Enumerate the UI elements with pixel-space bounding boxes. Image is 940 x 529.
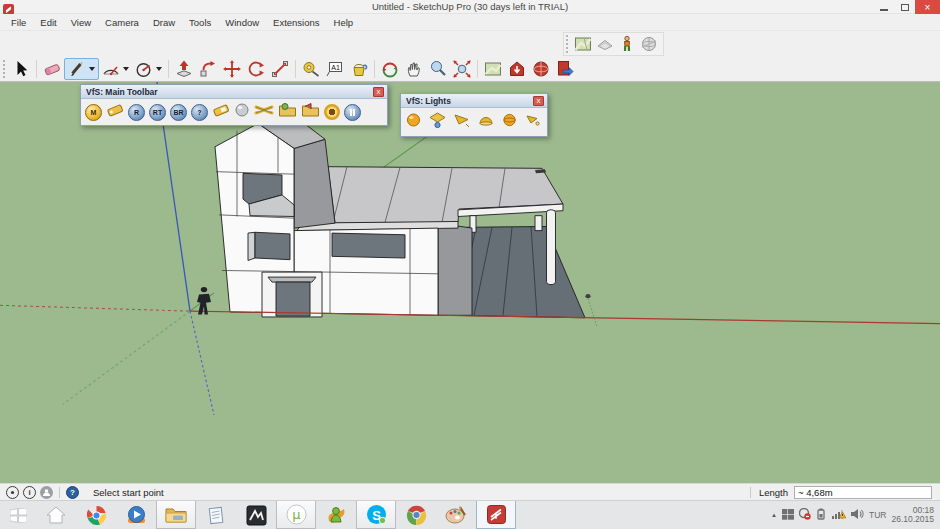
rotate-tool[interactable] xyxy=(244,58,268,80)
select-tool[interactable] xyxy=(9,58,33,80)
menu-view[interactable]: View xyxy=(64,14,98,31)
zoom-extents-tool[interactable] xyxy=(450,58,474,80)
taskbar-notepad[interactable] xyxy=(196,501,236,529)
vfs-main-toolbar-palette[interactable]: VfS: Main Toolbar x M R RT BR ? xyxy=(80,84,388,126)
menu-edit[interactable]: Edit xyxy=(33,14,63,31)
tray-clock[interactable]: 00:18 26.10.2015 xyxy=(891,506,934,525)
menu-camera[interactable]: Camera xyxy=(98,14,146,31)
taskbar-paint[interactable] xyxy=(436,501,476,529)
menu-bar: File Edit View Camera Draw Tools Window … xyxy=(0,14,940,31)
vray-material-editor-button[interactable]: M xyxy=(85,104,102,121)
vray-render-button[interactable]: R xyxy=(128,104,145,121)
close-button[interactable]: × xyxy=(915,0,940,14)
menu-window[interactable]: Window xyxy=(218,14,266,31)
line-tool-dropdown-icon[interactable] xyxy=(89,67,95,71)
start-button[interactable] xyxy=(0,501,36,529)
vray-rt-render-button[interactable]: RT xyxy=(149,104,166,121)
tray-volume-icon[interactable] xyxy=(851,506,864,524)
eraser-tool[interactable] xyxy=(40,58,64,80)
minimize-button[interactable] xyxy=(873,0,894,14)
menu-file[interactable]: File xyxy=(4,14,33,31)
taskbar-chrome-legacy[interactable] xyxy=(396,501,436,529)
vray-import-proxy-button[interactable] xyxy=(278,102,297,122)
system-tray: ▲ TUR 00:18 26.10.2015 xyxy=(771,501,940,529)
photo-textures-icon[interactable] xyxy=(616,33,638,55)
menu-draw[interactable]: Draw xyxy=(146,14,182,31)
title-bar: Untitled - SketchUp Pro (30 days left in… xyxy=(0,0,940,14)
follow-me-tool[interactable] xyxy=(196,58,220,80)
move-tool[interactable] xyxy=(220,58,244,80)
measurement-input[interactable] xyxy=(794,486,932,499)
dome-light-button[interactable] xyxy=(477,111,495,133)
vray-displacement-button[interactable] xyxy=(254,102,274,122)
vray-help-button[interactable]: ? xyxy=(191,104,208,121)
sign-in-avatar-icon[interactable] xyxy=(40,486,53,499)
vray-render-region-button[interactable] xyxy=(324,104,340,120)
drawing-viewport[interactable]: VfS: Main Toolbar x M R RT BR ? xyxy=(0,82,940,483)
add-location-icon[interactable] xyxy=(572,33,594,55)
taskbar-media-player[interactable] xyxy=(116,501,156,529)
vfs-main-toolbar-titlebar[interactable]: VfS: Main Toolbar x xyxy=(81,85,387,99)
get-models-tool[interactable] xyxy=(505,58,529,80)
taskbar-empty-space xyxy=(516,501,771,529)
geolocation-icon[interactable] xyxy=(6,486,19,499)
pan-tool[interactable] xyxy=(402,58,426,80)
orbit-tool[interactable] xyxy=(378,58,402,80)
circle-tool-dropdown-icon[interactable] xyxy=(156,67,162,71)
tray-security-alert-icon[interactable] xyxy=(799,506,811,524)
vray-export-proxy-button[interactable] xyxy=(301,102,320,122)
circle-tool[interactable] xyxy=(132,58,156,80)
taskbar-chrome[interactable] xyxy=(76,501,116,529)
vray-batch-render-button[interactable]: BR xyxy=(170,104,187,121)
scale-tool[interactable] xyxy=(268,58,292,80)
line-tool[interactable] xyxy=(65,58,89,80)
taskbar-utorrent[interactable]: µ xyxy=(276,501,316,529)
send-to-layout-tool[interactable] xyxy=(553,58,577,80)
toggle-terrain-icon[interactable] xyxy=(594,33,616,55)
vfs-lights-titlebar[interactable]: VfS: Lights x xyxy=(401,94,547,108)
toolbar-drag-handle-2[interactable] xyxy=(3,60,6,78)
taskbar-home-app[interactable] xyxy=(36,501,76,529)
tray-action-center-icon[interactable] xyxy=(782,506,794,524)
paint-bucket-tool[interactable] xyxy=(347,58,371,80)
taskbar-dark-app[interactable] xyxy=(236,501,276,529)
add-location-tool[interactable] xyxy=(481,58,505,80)
taskbar-skype[interactable]: S xyxy=(356,501,396,529)
arc-tool-dropdown-icon[interactable] xyxy=(123,67,129,71)
text-tool[interactable]: A1 xyxy=(323,58,347,80)
credits-info-icon[interactable]: i xyxy=(23,486,36,499)
menu-tools[interactable]: Tools xyxy=(182,14,218,31)
vray-frame-buffer-button[interactable] xyxy=(212,102,230,122)
preview-google-earth-icon[interactable] xyxy=(638,33,660,55)
arc-tool[interactable] xyxy=(99,58,123,80)
zoom-tool[interactable] xyxy=(426,58,450,80)
taskbar-messenger[interactable] xyxy=(316,501,356,529)
vfs-main-close-button[interactable]: x xyxy=(373,87,384,97)
windows-taskbar: µ S ▲ TUR 00:18 26.10.2015 xyxy=(0,500,940,529)
vray-options-button[interactable] xyxy=(106,102,124,122)
menu-extensions[interactable]: Extensions xyxy=(266,14,326,31)
tape-measure-tool[interactable] xyxy=(299,58,323,80)
vfs-lights-palette[interactable]: VfS: Lights x xyxy=(400,93,548,137)
taskbar-sketchup[interactable] xyxy=(476,501,516,529)
rectangle-light-button[interactable] xyxy=(428,111,447,133)
toolbar-row-main: A1 xyxy=(0,57,940,82)
toolbar-drag-handle[interactable] xyxy=(566,35,569,53)
taskbar-file-explorer[interactable] xyxy=(156,501,196,529)
ies-light-button[interactable] xyxy=(524,111,542,133)
omni-light-button[interactable] xyxy=(405,111,422,133)
menu-help[interactable]: Help xyxy=(327,14,361,31)
tray-show-hidden-icon[interactable]: ▲ xyxy=(771,512,777,518)
tray-language-indicator[interactable]: TUR xyxy=(869,510,886,520)
vray-sphere-material-button[interactable] xyxy=(234,102,250,122)
sphere-light-button[interactable] xyxy=(501,111,518,133)
extension-warehouse-tool[interactable] xyxy=(529,58,553,80)
context-help-icon[interactable]: ? xyxy=(66,486,79,499)
push-pull-tool[interactable] xyxy=(172,58,196,80)
spot-light-button[interactable] xyxy=(453,111,471,133)
tray-power-icon[interactable] xyxy=(816,506,827,524)
vray-pause-button[interactable] xyxy=(344,104,361,121)
tray-network-warning-icon[interactable] xyxy=(832,506,846,524)
vfs-lights-close-button[interactable]: x xyxy=(533,96,544,106)
restore-button[interactable] xyxy=(894,0,915,14)
